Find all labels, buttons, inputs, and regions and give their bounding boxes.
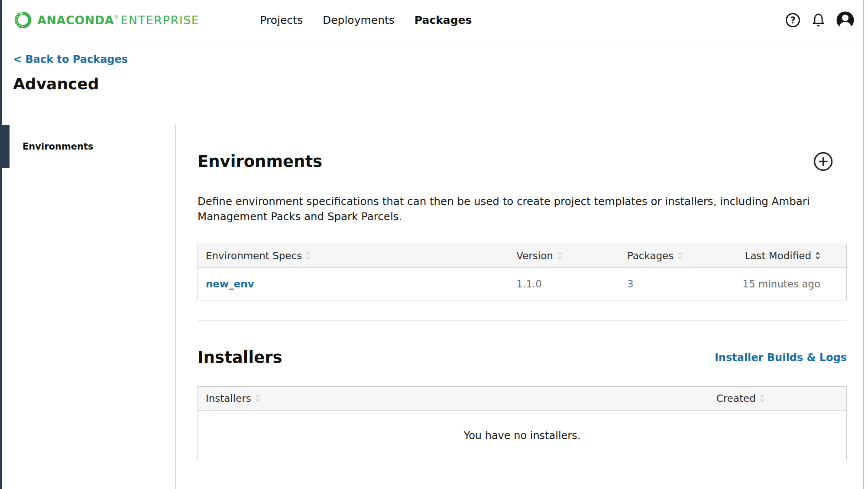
installer-builds-logs-link[interactable]: Installer Builds & Logs (715, 352, 847, 364)
brand-text: ANACONDA®ENTERPRISE (37, 13, 199, 27)
notifications-button[interactable] (810, 12, 826, 28)
brand-anaconda: ANACONDA (37, 13, 114, 27)
installers-table: Installers Created You have no installer… (198, 386, 847, 461)
main-nav: Projects Deployments Packages (260, 14, 472, 26)
column-label: Created (716, 393, 756, 404)
back-to-packages-link[interactable]: < Back to Packages (13, 53, 128, 65)
environments-description: Define environment specifications that c… (198, 194, 839, 225)
scrollbar-track[interactable] (863, 0, 868, 489)
column-header-packages[interactable]: Packages (627, 244, 735, 267)
sort-icon (677, 251, 683, 261)
column-header-created[interactable]: Created (716, 386, 847, 410)
sort-icon (306, 251, 311, 261)
page: ANACONDA®ENTERPRISE Projects Deployments… (0, 0, 868, 489)
environments-table-header-row: Environment Specs Version Packages (198, 244, 847, 267)
help-button[interactable]: ? (785, 13, 800, 28)
help-icon: ? (785, 13, 800, 28)
installers-empty-message: You have no installers. (198, 410, 847, 461)
brand-enterprise: ENTERPRISE (121, 13, 200, 27)
nav-item-deployments[interactable]: Deployments (323, 14, 395, 26)
brand-trademark: ® (114, 14, 119, 20)
top-navbar: ANACONDA®ENTERPRISE Projects Deployments… (0, 0, 863, 40)
sort-icon (255, 393, 260, 403)
sort-icon-active (815, 251, 820, 261)
environment-packages-count: 3 (627, 267, 735, 300)
navbar-icons: ? (785, 11, 863, 29)
sort-icon (760, 393, 765, 403)
column-header-installers[interactable]: Installers (198, 386, 716, 410)
installers-table-header-row: Installers Created (198, 386, 847, 410)
column-header-version[interactable]: Version (516, 244, 627, 267)
environment-version: 1.1.0 (516, 267, 627, 300)
column-label: Environment Specs (206, 250, 302, 261)
plus-circle-icon (813, 151, 833, 172)
main-panel: Environments Define environment specific… (176, 125, 863, 489)
installers-section-head: Installers Installer Builds & Logs (198, 348, 847, 367)
page-title: Advanced (13, 75, 863, 93)
sort-icon (557, 251, 562, 261)
sidebar-item-label: Environments (23, 141, 94, 152)
column-header-last-modified[interactable]: Last Modified (735, 244, 847, 267)
column-label: Packages (627, 250, 674, 261)
content-area: Environments Environments Define env (0, 125, 863, 489)
anaconda-logo-icon (13, 10, 33, 30)
installers-title: Installers (198, 348, 282, 367)
page-header: < Back to Packages Advanced (0, 40, 863, 125)
environments-title: Environments (198, 152, 322, 171)
user-menu-button[interactable] (836, 11, 854, 29)
sidebar: Environments (0, 125, 176, 489)
environment-link-new-env[interactable]: new_env (206, 278, 254, 290)
column-label: Last Modified (745, 250, 811, 261)
sidebar-item-environments[interactable]: Environments (0, 125, 175, 168)
column-header-environment-specs[interactable]: Environment Specs (198, 244, 517, 267)
column-label: Installers (206, 393, 251, 404)
user-avatar-icon (836, 11, 854, 29)
svg-text:?: ? (790, 15, 795, 25)
notifications-bell-icon (810, 12, 826, 28)
installers-empty-row: You have no installers. (198, 410, 847, 461)
add-environment-button[interactable] (813, 151, 833, 172)
environment-last-modified: 15 minutes ago (735, 267, 847, 300)
nav-item-packages[interactable]: Packages (415, 14, 472, 26)
environments-section-head: Environments (198, 151, 847, 172)
column-label: Version (516, 250, 553, 261)
brand-logo[interactable]: ANACONDA®ENTERPRISE (13, 10, 199, 30)
window-left-edge (0, 0, 2, 489)
environments-table: Environment Specs Version Packages (198, 244, 847, 300)
environment-row: new_env 1.1.0 3 15 minutes ago (198, 267, 847, 300)
nav-item-projects[interactable]: Projects (260, 14, 303, 26)
section-divider (198, 320, 847, 321)
